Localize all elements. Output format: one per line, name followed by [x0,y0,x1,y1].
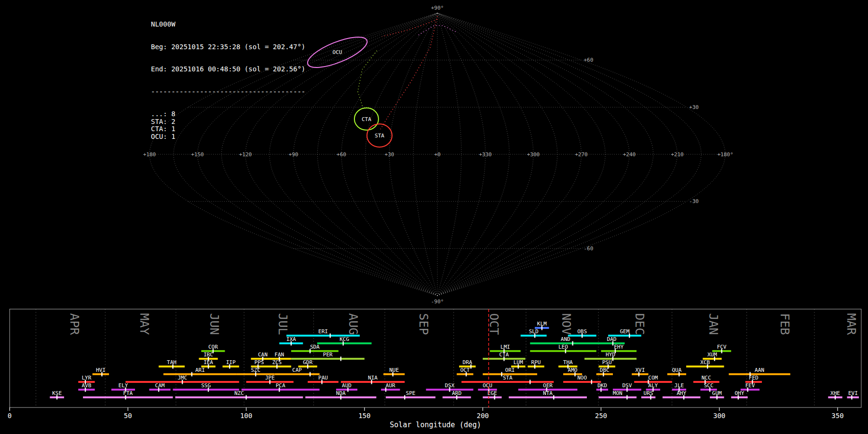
shower-label-eri: ERI [318,328,328,335]
shower-label-nue: NUE [389,367,399,373]
shower-bar-ohy [731,396,747,398]
shower-peak-cap [310,372,311,377]
lon-label: +60 [337,151,346,158]
month-label-sep: SEP [417,313,431,335]
shower-label-pps: PPS [255,359,264,366]
shower-peak-ori [501,372,502,377]
shower-label-aan: AAN [755,367,764,373]
shower-label-rpu: RPU [531,359,541,366]
shower-label-ncc: NCC [702,375,711,381]
shower-bar-cam [149,389,170,391]
shower-label-avb: AVB [81,382,91,389]
radiant-label-ocu: OCU [333,49,342,55]
shower-label-klm: KLM [537,321,547,327]
shower-label-fta: FTA [123,390,133,396]
shower-label-kcg: KCG [339,336,349,342]
shower-label-ard: ARD [452,390,461,396]
shower-bar-sld [521,335,547,337]
shower-bar-nta [509,396,587,398]
shower-label-evi: EVI [848,390,858,396]
shower-label-gem: GEM [620,328,630,335]
shower-label-ocu: OCU [483,382,492,389]
shower-bar-avb [78,389,95,391]
shower-label-amo: AMO [568,367,578,373]
shower-label-nda: NDA [336,390,346,396]
shower-bar-pca [242,389,320,391]
shower-label-aud: AUD [342,382,352,389]
sky-map: +180+150+120+90+60+30+0+330+300+270+240+… [0,0,868,309]
shower-peak-nzc [245,395,246,400]
shower-label-zcs: ZCS [272,359,282,366]
shower-label-oer: OER [543,382,553,389]
shower-peak-and [572,341,573,346]
shower-label-fan: FAN [274,352,284,358]
shower-label-iea: IEA [203,359,213,366]
shower-label-fcv: FCV [717,344,727,350]
shower-label-pau: PAU [318,375,328,381]
shower-label-sld: SLD [529,328,539,335]
shower-label-nzc: NZC [234,390,244,396]
shower-bar-evi [847,396,859,398]
lon-label: +240 [623,151,636,158]
shower-label-dad: DAD [607,336,617,342]
shower-label-aly: ALY [648,382,658,389]
shower-count-list: ...: 8STA: 2CTA: 1OCU: 1 [151,110,305,140]
shower-peak-per [340,357,341,361]
shower-label-ahy: AHY [677,390,686,396]
shower-label-scc: SCC [704,382,714,389]
shower-label-dra: DRA [462,359,472,366]
shower-label-can: CAN [258,352,268,358]
month-label-jun: JUN [207,313,221,335]
shower-label-ori: ORI [505,367,515,373]
grid-meridian [437,13,461,296]
shower-bar-tah [159,366,185,367]
shower-label-ehy: EHY [614,344,624,350]
shower-label-dsv: DSV [622,382,632,389]
shower-count-line: STA: 2 [151,118,305,126]
month-label-may: MAY [137,313,151,335]
shower-bar-nue [383,373,405,375]
shower-label-xvi: XVI [635,367,645,373]
shower-bar-spe [386,396,435,398]
shower-label-lum: LUM [514,359,523,366]
shower-label-noo: NOO [577,375,587,381]
lat-label: -90° [431,298,444,305]
shower-bar-hvi [93,373,109,375]
x-tick-label: 0 [8,412,12,420]
shower-label-pca: PCA [276,382,285,389]
radiant-activity-plot: +180+150+120+90+60+30+0+330+300+270+240+… [0,0,868,434]
shower-label-hyd: HYD [606,352,615,358]
x-axis-title: Solar longitude (deg) [390,420,481,429]
shower-label-urs: URS [644,390,653,396]
lat-label: +30 [689,104,699,110]
end-timestamp: End: 20251016 00:48:50 (sol = 202.56°) [151,66,305,73]
shower-count-line: CTA: 1 [151,125,305,133]
shower-label-mon: MON [613,390,623,396]
shower-activity-timeline: APRMAYJUNJULAUGSEPOCTNOVDECJANFEBMARKLME… [0,309,868,434]
lon-label: +180° [717,151,733,158]
grid-meridian [437,13,701,296]
lat-label: -30 [689,198,699,204]
observation-header: NL000W Beg: 20251015 22:35:28 (sol = 202… [151,6,305,155]
month-label-oct: OCT [487,313,501,335]
shower-label-ixa: IXA [286,336,296,342]
radiant-label-sta: STA [375,133,384,139]
shower-label-xhe: XHE [830,390,840,396]
shower-label-and: AND [561,336,570,342]
shower-label-tah: TAH [167,359,176,366]
shower-count-line: ...: 8 [151,110,305,118]
shower-bar-rpu [528,366,544,367]
shower-label-szc: SZC [251,367,260,373]
month-label-feb: FEB [778,313,792,335]
shower-bar-qua [667,373,686,375]
shower-label-per: PER [323,352,333,358]
lat-label: +60 [584,57,594,63]
shower-bar-iip [223,366,239,367]
shower-label-nia: NIA [368,375,378,381]
x-tick-label: 300 [713,412,725,420]
timeline-frame [10,309,861,407]
shower-label-lyr: LYR [81,375,91,381]
shower-bar-dbc [597,373,613,375]
shower-label-dkd: DKD [597,382,607,389]
shower-label-iip: IIP [226,359,236,366]
